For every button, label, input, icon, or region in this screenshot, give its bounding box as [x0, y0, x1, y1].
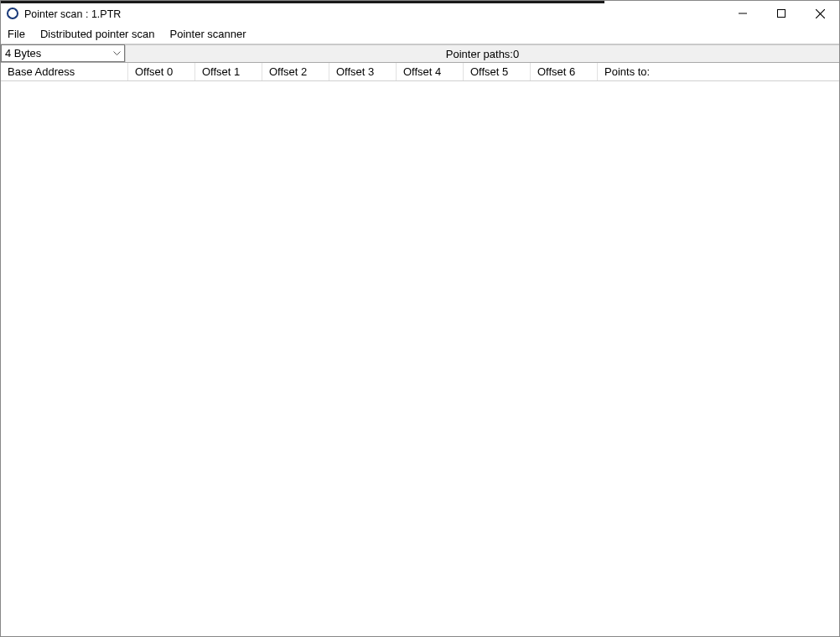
- column-offset-0[interactable]: Offset 0: [128, 63, 195, 80]
- value-type-combobox[interactable]: 4 Bytes: [1, 44, 125, 62]
- chevron-down-icon: [109, 45, 124, 61]
- column-offset-6[interactable]: Offset 6: [531, 63, 598, 80]
- maximize-button[interactable]: [762, 1, 801, 26]
- column-offset-5[interactable]: Offset 5: [464, 63, 531, 80]
- minimize-button[interactable]: [723, 1, 762, 26]
- column-offset-4[interactable]: Offset 4: [397, 63, 464, 80]
- value-type-selected: 4 Bytes: [2, 45, 109, 61]
- column-offset-1[interactable]: Offset 1: [195, 63, 262, 80]
- results-table-header: Base Address Offset 0 Offset 1 Offset 2 …: [1, 63, 839, 81]
- minimize-icon: [739, 9, 747, 18]
- close-button[interactable]: [801, 1, 839, 26]
- titlebar: Pointer scan : 1.PTR: [1, 1, 839, 26]
- window-title: Pointer scan : 1.PTR: [24, 8, 723, 20]
- app-icon: [6, 7, 19, 20]
- svg-rect-2: [778, 10, 786, 18]
- maximize-icon: [777, 9, 786, 18]
- column-offset-2[interactable]: Offset 2: [262, 63, 329, 80]
- external-top-shadow: [1, 1, 604, 3]
- menu-pointer-scanner[interactable]: Pointer scanner: [169, 27, 248, 41]
- menubar: File Distributed pointer scan Pointer sc…: [1, 26, 839, 44]
- column-points-to[interactable]: Points to:: [598, 63, 839, 80]
- menu-file[interactable]: File: [6, 27, 27, 41]
- menu-distributed-pointer-scan[interactable]: Distributed pointer scan: [39, 27, 157, 41]
- column-offset-3[interactable]: Offset 3: [329, 63, 397, 80]
- window-controls: [723, 1, 839, 26]
- pointer-paths-status: Pointer paths:0: [125, 44, 839, 62]
- results-table-body: [1, 81, 839, 636]
- column-base-address[interactable]: Base Address: [1, 63, 128, 80]
- toolbar: 4 Bytes Pointer paths:0: [1, 44, 839, 63]
- close-icon: [816, 9, 825, 18]
